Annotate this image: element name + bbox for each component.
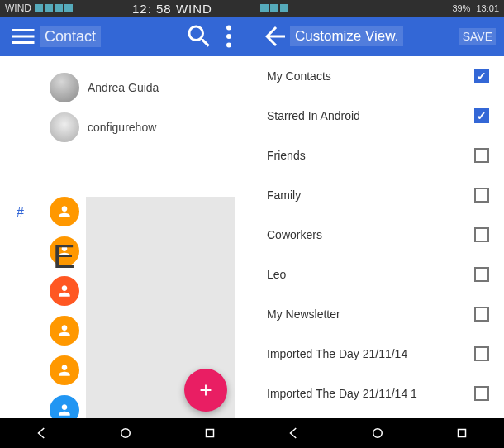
svg-rect-4 (207, 430, 214, 437)
group-checkbox[interactable] (474, 267, 489, 282)
avatar[interactable] (50, 355, 79, 385)
appbar-customize: Customize View. SAVE (252, 17, 504, 56)
menu-icon[interactable] (8, 21, 38, 51)
group-label: Imported The Day 21/11/14 1 (267, 387, 474, 400)
nav-home-icon[interactable] (109, 421, 142, 446)
back-icon[interactable] (260, 21, 290, 51)
svg-point-3 (121, 429, 131, 438)
group-item[interactable]: My Newsletter (252, 294, 504, 334)
customize-title: Customize View. (290, 26, 403, 46)
contact-name: Andrea Guida (88, 81, 159, 94)
navbar-left (0, 418, 252, 448)
add-contact-fab[interactable] (184, 369, 227, 412)
contact-item[interactable]: configurehow (0, 107, 252, 147)
contact-item[interactable]: Andrea Guida (0, 68, 252, 107)
group-label: Starred In Android (267, 109, 474, 122)
group-label: My Newsletter (267, 307, 474, 321)
group-checkbox[interactable] (474, 69, 489, 83)
status-bar-left: WIND 12: 58 WIND (0, 0, 252, 17)
contact-name: configurehow (88, 121, 156, 134)
group-label: Coworkers (267, 228, 474, 241)
avatar[interactable] (50, 197, 79, 226)
group-label: My Contacts (267, 69, 474, 83)
svg-point-0 (226, 26, 231, 31)
group-checkbox[interactable] (474, 346, 489, 361)
avatar (50, 73, 79, 102)
overflow-menu-icon[interactable] (214, 21, 244, 51)
group-label: Family (267, 188, 474, 202)
group-checkbox[interactable] (474, 148, 489, 163)
group-item[interactable]: Imported The Day 21/11/14 (252, 334, 504, 374)
nav-home-icon[interactable] (361, 421, 394, 446)
search-icon[interactable] (184, 21, 214, 51)
battery-label: 39% (452, 3, 470, 13)
group-checkbox[interactable] (474, 307, 489, 322)
svg-point-2 (226, 43, 231, 48)
group-item[interactable]: Imported The Day 21/11/14 1 (252, 374, 504, 413)
nav-recent-icon[interactable] (445, 421, 478, 446)
clock-label: 13:01 (476, 3, 499, 13)
section-index: # (17, 205, 24, 220)
section-letter: E (53, 238, 75, 275)
nav-recent-icon[interactable] (193, 421, 226, 446)
svg-rect-6 (459, 430, 466, 437)
group-item[interactable]: Leo (252, 255, 504, 294)
nav-back-icon[interactable] (278, 421, 311, 446)
group-label: Leo (267, 268, 474, 281)
carrier-label: WIND (5, 2, 31, 14)
group-label: Friends (267, 149, 474, 162)
navbar-right (252, 418, 504, 448)
group-item[interactable]: Coworkers (252, 215, 504, 255)
status-icons-right (260, 4, 288, 12)
group-checkbox[interactable] (474, 188, 489, 203)
group-checkbox[interactable] (474, 386, 489, 401)
svg-point-1 (226, 34, 231, 39)
status-icons-left (35, 4, 73, 12)
group-checkbox[interactable] (474, 108, 489, 123)
avatar (50, 112, 79, 142)
status-time-center: 12: 58 WIND (132, 2, 212, 16)
customize-pane: My ContactsStarred In AndroidFriendsFami… (252, 56, 504, 418)
avatar[interactable] (50, 395, 79, 418)
page-title: Contact (40, 26, 101, 47)
avatar-column (50, 197, 79, 418)
status-bar-right: 39% 13:01 (252, 0, 504, 17)
svg-point-5 (373, 429, 383, 438)
group-item[interactable]: Family (252, 175, 504, 215)
group-item[interactable]: My Contacts (252, 56, 504, 96)
group-item[interactable]: Starred In Android (252, 96, 504, 136)
group-label: Imported The Day 21/11/14 (267, 347, 474, 360)
appbar-contacts: Contact (0, 17, 252, 56)
group-item[interactable]: Friends (252, 136, 504, 175)
avatar[interactable] (50, 276, 79, 306)
nav-back-icon[interactable] (26, 421, 59, 446)
contacts-pane: Andrea Guida configurehow # E (0, 56, 252, 418)
group-checkbox[interactable] (474, 227, 489, 242)
avatar[interactable] (50, 316, 79, 346)
save-button[interactable]: SAVE (459, 28, 496, 45)
